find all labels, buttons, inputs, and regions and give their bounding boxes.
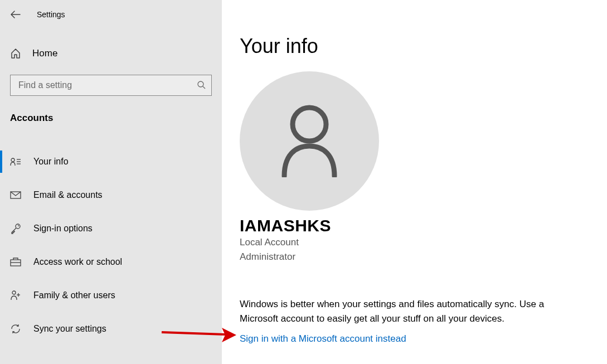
sidebar-item-label: Your info bbox=[33, 157, 69, 167]
sync-description: Windows is better when your settings and… bbox=[240, 297, 569, 326]
back-arrow-icon bbox=[11, 11, 21, 18]
avatar bbox=[240, 71, 379, 211]
family-icon bbox=[10, 290, 21, 301]
svg-point-8 bbox=[18, 225, 19, 226]
email-icon bbox=[10, 190, 21, 201]
sidebar: Settings Home Accounts bbox=[0, 0, 222, 364]
home-label: Home bbox=[32, 48, 57, 59]
sidebar-item-label: Family & other users bbox=[33, 290, 115, 300]
section-title: Accounts bbox=[0, 113, 222, 124]
key-icon bbox=[10, 223, 21, 234]
sidebar-item-label: Email & accounts bbox=[33, 190, 103, 200]
sidebar-item-signin[interactable]: Sign-in options bbox=[0, 212, 222, 245]
page-title: Your info bbox=[240, 35, 589, 58]
svg-point-11 bbox=[12, 291, 16, 294]
main-content: Your info IAMASHKS Local Account Adminis… bbox=[222, 0, 607, 364]
svg-point-14 bbox=[293, 108, 326, 141]
search-box[interactable] bbox=[10, 75, 212, 96]
sidebar-item-sync[interactable]: Sync your settings bbox=[0, 312, 222, 346]
sidebar-item-your-info[interactable]: Your info bbox=[0, 145, 222, 178]
home-nav[interactable]: Home bbox=[0, 40, 222, 67]
search-input[interactable] bbox=[18, 80, 197, 90]
signin-link[interactable]: Sign in with a Microsoft account instead bbox=[240, 333, 406, 344]
sync-icon bbox=[10, 323, 21, 334]
sidebar-item-family[interactable]: Family & other users bbox=[0, 279, 222, 312]
svg-point-2 bbox=[11, 158, 14, 162]
sidebar-item-email[interactable]: Email & accounts bbox=[0, 178, 222, 212]
svg-line-1 bbox=[203, 86, 205, 89]
home-icon bbox=[10, 48, 21, 59]
your-info-icon bbox=[10, 156, 21, 167]
sidebar-item-work[interactable]: Access work or school bbox=[0, 245, 222, 279]
nav-list: Your info Email & accounts Sign-in optio… bbox=[0, 145, 222, 346]
sidebar-item-label: Access work or school bbox=[33, 257, 122, 267]
briefcase-icon bbox=[10, 256, 21, 268]
sidebar-header: Settings bbox=[0, 6, 222, 23]
search-wrap bbox=[0, 75, 222, 96]
account-type: Local Account bbox=[240, 235, 589, 250]
header-title: Settings bbox=[37, 10, 65, 19]
person-icon bbox=[279, 105, 340, 177]
search-icon bbox=[197, 80, 206, 91]
account-role: Administrator bbox=[240, 250, 589, 264]
svg-point-7 bbox=[16, 224, 20, 229]
sidebar-item-label: Sign-in options bbox=[33, 224, 93, 234]
svg-point-0 bbox=[198, 81, 203, 87]
sidebar-item-label: Sync your settings bbox=[33, 324, 106, 334]
back-button[interactable] bbox=[10, 9, 21, 20]
user-name: IAMASHKS bbox=[240, 216, 589, 235]
